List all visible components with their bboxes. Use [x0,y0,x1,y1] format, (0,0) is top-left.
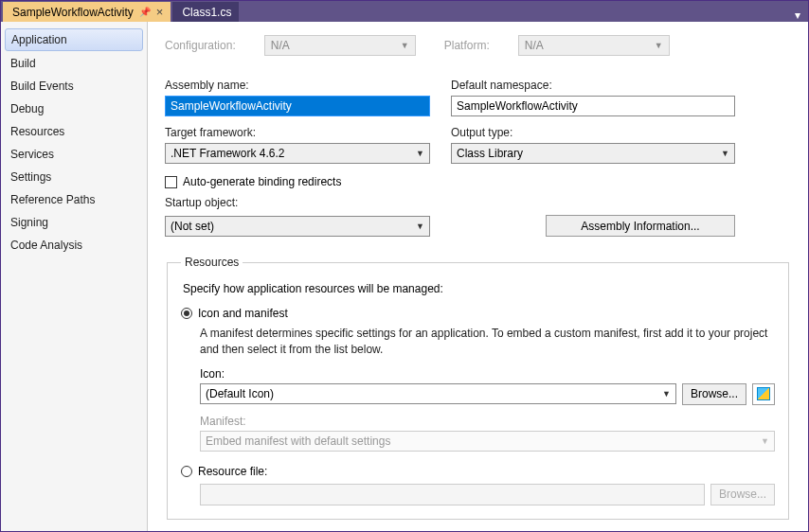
output-type-dropdown[interactable]: Class Library▼ [451,143,735,164]
resources-group: Resources Specify how application resour… [167,256,789,520]
assembly-information-button[interactable]: Assembly Information... [546,215,735,237]
resource-file-input [200,484,705,505]
configuration-dropdown: N/A▼ [264,35,416,56]
sidebar-item-code-analysis[interactable]: Code Analysis [1,234,147,257]
sidebar-item-reference-paths[interactable]: Reference Paths [1,188,147,211]
main-panel: Configuration: N/A▼ Platform: N/A▼ Assem… [148,22,808,531]
target-framework-label: Target framework: [165,126,430,139]
sidebar-item-build[interactable]: Build [1,52,147,75]
default-namespace-input[interactable] [451,96,735,116]
manifest-description: A manifest determines specific settings … [200,326,775,358]
tab-active-label: SampleWorkflowActivity [12,6,134,19]
icon-and-manifest-radio[interactable] [181,308,192,319]
app-icon [757,387,770,400]
tab-active[interactable]: SampleWorkflowActivity 📌 × [3,2,171,22]
manifest-dropdown: Embed manifest with default settings▼ [200,431,775,452]
output-type-label: Output type: [451,126,735,139]
property-page-sidebar: Application Build Build Events Debug Res… [1,22,148,531]
sidebar-item-signing[interactable]: Signing [1,211,147,234]
sidebar-item-settings[interactable]: Settings [1,166,147,188]
manifest-label: Manifest: [200,415,775,428]
resource-file-label: Resource file: [198,465,267,478]
chevron-down-icon: ▼ [761,436,769,446]
platform-dropdown: N/A▼ [518,35,670,56]
resource-file-radio[interactable] [181,466,192,477]
chevron-down-icon: ▼ [662,389,671,399]
chevron-down-icon: ▼ [416,222,424,231]
startup-object-dropdown[interactable]: (Not set)▼ [165,216,430,237]
configuration-label: Configuration: [165,39,236,52]
sidebar-item-services[interactable]: Services [1,143,147,166]
tab-inactive-label: Class1.cs [182,6,231,19]
chevron-down-icon: ▼ [655,41,663,50]
chevron-down-icon: ▼ [401,41,409,50]
pin-icon[interactable]: 📌 [139,7,151,17]
resource-file-browse-button: Browse... [710,484,775,505]
sidebar-item-debug[interactable]: Debug [1,98,147,120]
autogen-redirects-checkbox[interactable] [165,176,177,188]
tab-close-icon[interactable]: × [156,6,164,18]
sidebar-item-build-events[interactable]: Build Events [1,75,147,98]
icon-browse-button[interactable]: Browse... [682,383,746,405]
icon-label: Icon: [200,367,775,381]
resources-legend: Resources [181,256,243,269]
target-framework-dropdown[interactable]: .NET Framework 4.6.2▼ [165,143,430,164]
default-namespace-label: Default namespace: [451,79,735,92]
icon-preview [752,383,775,405]
icon-and-manifest-label: Icon and manifest [198,307,288,320]
assembly-name-input[interactable] [165,96,430,116]
sidebar-item-application[interactable]: Application [5,28,143,51]
resources-note: Specify how application resources will b… [183,282,775,295]
icon-dropdown[interactable]: (Default Icon)▼ [200,383,676,404]
assembly-name-label: Assembly name: [165,79,430,92]
sidebar-item-resources[interactable]: Resources [1,120,147,143]
chevron-down-icon: ▼ [721,149,729,158]
chevron-down-icon: ▼ [416,149,424,158]
autogen-redirects-label: Auto-generate binding redirects [183,175,341,188]
platform-label: Platform: [444,39,490,52]
startup-object-label: Startup object: [165,196,791,209]
document-tabbar: SampleWorkflowActivity 📌 × Class1.cs ▾ [1,1,808,22]
tabwell-dropdown-icon[interactable]: ▾ [787,9,808,22]
tab-inactive[interactable]: Class1.cs [172,2,239,22]
